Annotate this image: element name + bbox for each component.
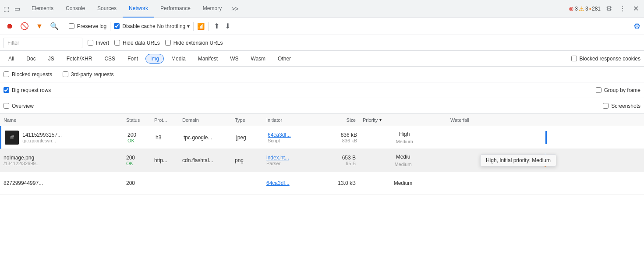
screenshots-label[interactable]: Screenshots [603, 103, 640, 109]
cell-waterfall-3 [447, 172, 644, 194]
third-party-checkbox[interactable] [63, 71, 68, 77]
disable-cache-label[interactable]: Disable cache [114, 23, 155, 29]
tab-elements[interactable]: Elements [25, 0, 60, 18]
col-header-protocol[interactable]: Prot... [151, 117, 179, 123]
group-by-frame-label[interactable]: Group by frame [596, 87, 640, 93]
hide-data-urls-checkbox[interactable] [114, 40, 120, 46]
filter-input[interactable] [4, 38, 82, 48]
filter-btn-js[interactable]: JS [43, 54, 59, 64]
filter-btn-fetch-xhr[interactable]: Fetch/XHR [62, 54, 97, 64]
separator [65, 22, 65, 31]
record-stop-button[interactable]: ⏺ [4, 21, 16, 32]
warning-count: 3 [585, 6, 588, 12]
cell-initiator-1: 64ca3df... Script [264, 126, 317, 149]
disable-cache-text: Disable cache [122, 23, 155, 29]
network-settings-icon[interactable]: ⚙ [633, 21, 640, 31]
table-row[interactable]: 🎬 141152993157... tpc.googlesyn... 200 O… [0, 126, 644, 149]
col-header-status[interactable]: Status [123, 117, 151, 123]
filter-btn-doc[interactable]: Doc [21, 54, 40, 64]
name-primary-1: 141152993157... [22, 132, 62, 138]
filter-btn-all[interactable]: All [4, 54, 19, 64]
invert-label[interactable]: Invert [88, 40, 109, 46]
filter-btn-font[interactable]: Font [123, 54, 143, 64]
col-header-type[interactable]: Type [231, 117, 263, 123]
overview-label[interactable]: Overview [4, 103, 34, 109]
preserve-log-text: Preserve log [77, 23, 106, 29]
blocked-requests-checkbox[interactable] [4, 71, 9, 77]
more-options-button[interactable]: ⋮ [616, 3, 630, 14]
filter-btn-manifest[interactable]: Manifest [193, 54, 223, 64]
throttle-arrow: ▾ [187, 23, 190, 29]
group-by-frame-text: Group by frame [604, 87, 640, 93]
disable-cache-checkbox[interactable] [114, 23, 120, 29]
invert-checkbox[interactable] [88, 40, 93, 46]
initiator-link-1[interactable]: 64ca3df... [268, 132, 313, 138]
col-header-waterfall[interactable]: Waterfall [447, 117, 644, 123]
cell-initiator-2: index.ht... Parser [263, 149, 315, 171]
cell-domain-2: cdn.flashtal... [179, 149, 231, 171]
blocked-requests-label[interactable]: Blocked requests [4, 71, 52, 78]
close-devtools-button[interactable]: ✕ [630, 3, 642, 14]
size-primary-3: 13.0 kB [319, 180, 356, 186]
blocked-cookies-label[interactable]: Blocked response cookies [571, 56, 640, 62]
type-2: png [235, 157, 259, 163]
upload-icon[interactable]: ⬆ [214, 22, 219, 30]
filter-btn-wasm[interactable]: Wasm [246, 54, 271, 64]
warning-icon: ⚠ [579, 5, 584, 12]
thumbnail-1: 🎬 [5, 131, 19, 145]
download-icon[interactable]: ⬇ [225, 22, 230, 30]
col-header-size[interactable]: Size [315, 117, 359, 123]
filter-btn-media[interactable]: Media [166, 54, 191, 64]
inspect-icon[interactable]: ⬚ [2, 4, 11, 14]
thumb-content: 🎬 [10, 135, 14, 139]
preserve-log-label[interactable]: Preserve log [69, 23, 106, 29]
hide-data-urls-label[interactable]: Hide data URLs [114, 40, 160, 46]
throttle-dropdown[interactable]: No throttling ▾ [157, 23, 190, 29]
cell-waterfall-1 [448, 126, 644, 149]
preserve-log-checkbox[interactable] [69, 23, 74, 29]
search-button[interactable]: 🔍 [47, 20, 61, 32]
initiator-link-2[interactable]: index.ht... [266, 155, 312, 161]
col-header-initiator[interactable]: Initiator [263, 117, 315, 123]
separator3 [193, 22, 194, 31]
name-secondary-1: tpc.googlesyn... [22, 138, 62, 143]
hide-extension-urls-checkbox[interactable] [165, 40, 171, 46]
size-secondary-1: 836 kB [320, 138, 357, 143]
cell-domain-1: tpc.google... [180, 126, 233, 149]
table-row[interactable]: noImage.png /134122/32699... 200 OK http… [0, 149, 644, 172]
status-secondary-2: OK [126, 161, 147, 166]
screenshots-checkbox[interactable] [603, 103, 609, 109]
col-header-domain[interactable]: Domain [179, 117, 231, 123]
tab-memory[interactable]: Memory [197, 0, 228, 18]
cell-protocol-2: http... [151, 149, 179, 171]
priority-secondary-1: Medium [396, 139, 413, 144]
tab-console[interactable]: Console [60, 0, 91, 18]
filter-btn-other[interactable]: Other [273, 54, 296, 64]
filter-icon-button[interactable]: ▼ [33, 21, 46, 32]
tab-performance[interactable]: Performance [154, 0, 197, 18]
col-header-name[interactable]: Name [0, 117, 123, 123]
blocked-cookies-checkbox[interactable] [571, 56, 577, 61]
filter-btn-css[interactable]: CSS [99, 54, 120, 64]
third-party-label[interactable]: 3rd-party requests [63, 71, 113, 78]
more-tabs-button[interactable]: >> [228, 4, 242, 14]
invert-text: Invert [96, 40, 109, 46]
name-texts: 141152993157... tpc.googlesyn... [22, 132, 62, 143]
settings-gear-button[interactable]: ⚙ [602, 3, 616, 14]
tab-sources[interactable]: Sources [91, 0, 123, 18]
group-by-frame-checkbox[interactable] [596, 87, 602, 93]
col-header-priority[interactable]: Priority ▾ [359, 117, 447, 123]
big-request-rows-checkbox[interactable] [4, 87, 9, 93]
overview-checkbox[interactable] [4, 103, 9, 109]
filter-btn-ws[interactable]: WS [225, 54, 243, 64]
filter-btn-img[interactable]: Img [145, 54, 164, 64]
cell-size-2: 653 B 95 B [315, 149, 359, 171]
initiator-link-3[interactable]: 64ca3df... [266, 180, 312, 186]
table-row[interactable]: 827299944997... 200 64ca3df... 13.0 kB M… [0, 172, 644, 195]
device-icon[interactable]: ▭ [13, 4, 22, 14]
cell-priority-1: High Medium [361, 126, 448, 149]
clear-button[interactable]: 🚫 [18, 20, 32, 32]
tab-network[interactable]: Network [123, 0, 154, 18]
big-request-rows-label[interactable]: Big request rows [4, 87, 51, 93]
hide-extension-urls-label[interactable]: Hide extension URLs [165, 40, 223, 46]
